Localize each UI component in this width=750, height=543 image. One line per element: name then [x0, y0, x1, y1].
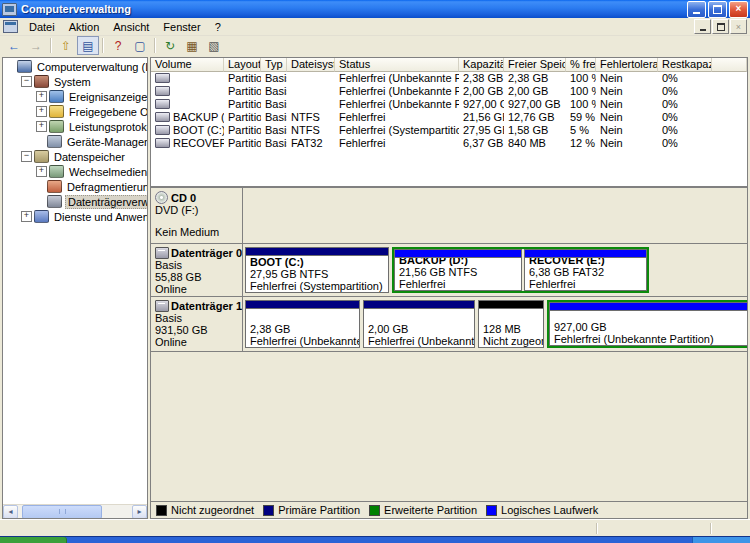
- scroll-left-button[interactable]: ◂: [3, 505, 18, 519]
- disk-partition-strip: BOOT (C:)27,95 GB NTFSFehlerfrei (System…: [243, 244, 747, 296]
- volume-row[interactable]: PartitionBasisFehlerfrei (Unbekannte Par…: [151, 85, 747, 98]
- title-bar[interactable]: Computerverwaltung ×: [0, 0, 750, 18]
- column-header-dateisystem[interactable]: Dateisystem: [287, 58, 335, 72]
- menu-item-aktion[interactable]: Aktion: [62, 20, 107, 34]
- partition-boot-c[interactable]: BOOT (C:)27,95 GB NTFSFehlerfrei (System…: [245, 247, 389, 293]
- volume-cell-dateisystem: [287, 98, 335, 111]
- disk-row-datenträger-1: Datenträger 1Basis931,50 GBOnline2,38 GB…: [151, 297, 747, 352]
- partition-fehlerfrei-unbekannte-partition[interactable]: 927,00 GBFehlerfrei (Unbekannte Partitio…: [549, 302, 748, 346]
- back-icon[interactable]: ←: [3, 36, 25, 55]
- tree-item-wechselmedien[interactable]: +Wechselmedien: [3, 164, 147, 179]
- column-header-volume[interactable]: Volume: [151, 58, 224, 72]
- up-one-level-icon[interactable]: ⇧: [55, 36, 77, 55]
- expand-plus-icon[interactable]: +: [36, 166, 47, 177]
- volume-cell-fehlertoleranz: Nein: [596, 98, 658, 111]
- scroll-track[interactable]: [18, 505, 132, 518]
- disk-partition-strip: 2,38 GBFehlerfrei (Unbekannte Partition)…: [243, 297, 748, 351]
- column-header-status[interactable]: Status: [335, 58, 459, 72]
- tree-item-geräte-manager[interactable]: Geräte-Manager: [3, 134, 147, 149]
- minimize-button[interactable]: [687, 1, 706, 18]
- partition-backup-d[interactable]: BACKUP (D:)21,56 GB NTFSFehlerfrei: [394, 249, 522, 291]
- volume-row[interactable]: BOOT (C:)PartitionBasisNTFSFehlerfrei (S…: [151, 124, 747, 137]
- column-header-fehlertoleranz[interactable]: Fehlertoleranz: [596, 58, 658, 72]
- scroll-thumb[interactable]: [22, 505, 102, 519]
- volume-cell-typ: Basis: [261, 85, 287, 98]
- tree-item-defragmentierung[interactable]: Defragmentierung: [3, 179, 147, 194]
- volume-row[interactable]: RECOVER (E:)PartitionBasisFAT32Fehlerfre…: [151, 137, 747, 150]
- partition-text: 2,38 GBFehlerfrei (Unbekannte Partition): [246, 309, 359, 347]
- volume-cell-filler: [712, 111, 747, 124]
- refresh-icon[interactable]: ↻: [159, 36, 181, 55]
- volume-cell-filler: [712, 85, 747, 98]
- restore-button[interactable]: [708, 1, 727, 18]
- tree-item-label: Datenträgerverwaltung: [65, 195, 147, 209]
- legend-label: Primäre Partition: [278, 504, 360, 516]
- column-header-restkapazität[interactable]: Restkapazität: [658, 58, 712, 72]
- menu-item-datei[interactable]: Datei: [22, 20, 62, 34]
- mdi-close-button[interactable]: ×: [730, 19, 747, 34]
- disk-label-datenträger-1[interactable]: Datenträger 1Basis931,50 GBOnline: [151, 297, 243, 351]
- volume-cell-restkapazitaet: 0%: [658, 111, 712, 124]
- show-console-tree-icon[interactable]: ▤: [77, 36, 99, 55]
- tree-item-freigegebene-ordner[interactable]: +Freigegebene Ordner: [3, 104, 147, 119]
- partition-nicht-zugeordnet[interactable]: 128 MBNicht zugeordnet: [478, 300, 544, 348]
- tree-item-datenspeicher[interactable]: −Datenspeicher: [3, 149, 147, 164]
- partition-recover-e[interactable]: RECOVER (E:)6,38 GB FAT32Fehlerfrei: [524, 249, 647, 291]
- expand-plus-icon[interactable]: +: [36, 121, 47, 132]
- partition-fehlerfrei-unbekannte-partition[interactable]: 2,00 GBFehlerfrei (Unbekannte Partition): [363, 300, 475, 348]
- volume-cell-typ: Basis: [261, 137, 287, 150]
- tree-item-system[interactable]: −System: [3, 74, 147, 89]
- column-header-layout[interactable]: Layout: [224, 58, 261, 72]
- column-header-typ[interactable]: Typ: [261, 58, 287, 72]
- new-window-icon[interactable]: ▢: [129, 36, 151, 55]
- menu-item-ansicht[interactable]: Ansicht: [106, 20, 156, 34]
- volume-cell-dateisystem: NTFS: [287, 124, 335, 137]
- properties-icon[interactable]: ▦: [181, 36, 203, 55]
- legend-label: Nicht zugeordnet: [171, 504, 254, 516]
- device-manager-icon: [47, 135, 62, 148]
- help-topics-icon[interactable]: ?: [107, 36, 129, 55]
- volume-row[interactable]: BACKUP (D:)PartitionBasisNTFSFehlerfrei2…: [151, 111, 747, 124]
- tree-item-dienste-und-anwendungen[interactable]: +Dienste und Anwendungen: [3, 209, 147, 224]
- tree-horizontal-scrollbar[interactable]: ◂ ▸: [3, 504, 147, 518]
- mdi-minimize-button[interactable]: [694, 19, 711, 34]
- volume-cell-fehlertoleranz: Nein: [596, 137, 658, 150]
- collapse-minus-icon[interactable]: −: [21, 76, 32, 87]
- volume-icon: [155, 73, 170, 83]
- tree-item-leistungsprotokolle-und-war[interactable]: +Leistungsprotokolle und War: [3, 119, 147, 134]
- collapse-minus-icon[interactable]: −: [21, 151, 32, 162]
- disk-label-datenträger-0[interactable]: Datenträger 0Basis55,88 GBOnline: [151, 244, 243, 296]
- taskbar[interactable]: [0, 536, 750, 543]
- tree-item-computerverwaltung-lokal[interactable]: Computerverwaltung (Lokal): [3, 59, 147, 74]
- logical-partition-band: [550, 303, 747, 311]
- volume-cell-fehlertoleranz: Nein: [596, 111, 658, 124]
- expand-plus-icon[interactable]: +: [36, 106, 47, 117]
- column-header-frei[interactable]: % frei: [566, 58, 596, 72]
- menu-item-fenster[interactable]: Fenster: [156, 20, 207, 34]
- forward-icon[interactable]: →: [25, 36, 47, 55]
- tree-item-datenträgerverwaltung[interactable]: Datenträgerverwaltung: [3, 194, 147, 209]
- close-button[interactable]: ×: [729, 1, 748, 18]
- volume-row[interactable]: PartitionBasisFehlerfrei (Unbekannte Par…: [151, 98, 747, 111]
- volume-cell-restkapazitaet: 0%: [658, 137, 712, 150]
- volume-row[interactable]: PartitionBasisFehlerfrei (Unbekannte Par…: [151, 72, 747, 85]
- volume-cell-freier_speicher: 2,38 GB: [504, 72, 566, 85]
- menu-item-[interactable]: ?: [208, 20, 228, 34]
- tree-item-ereignisanzeige[interactable]: +Ereignisanzeige: [3, 89, 147, 104]
- hard-disk-icon: [155, 300, 169, 312]
- expand-plus-icon[interactable]: +: [36, 91, 47, 102]
- volume-cell-status: Fehlerfrei (Systempartition): [335, 124, 459, 137]
- start-button[interactable]: [0, 537, 67, 543]
- cd-drive-label[interactable]: CD 0 DVD (F:) Kein Medium: [151, 188, 243, 243]
- column-header-freier-speicher[interactable]: Freier Speicher: [504, 58, 566, 72]
- mdi-window-icon[interactable]: [3, 20, 18, 33]
- mdi-restore-button[interactable]: [712, 19, 729, 34]
- expand-plus-icon[interactable]: +: [21, 211, 32, 222]
- column-header-kapazität[interactable]: Kapazität: [459, 58, 504, 72]
- scroll-right-button[interactable]: ▸: [132, 505, 147, 519]
- partition-fehlerfrei-unbekannte-partition[interactable]: 2,38 GBFehlerfrei (Unbekannte Partition): [245, 300, 360, 348]
- partition-text: BACKUP (D:)21,56 GB NTFSFehlerfrei: [395, 258, 521, 290]
- tree-item-label: Geräte-Manager: [65, 136, 147, 148]
- help-icon[interactable]: ▧: [203, 36, 225, 55]
- system-tray[interactable]: [692, 537, 750, 543]
